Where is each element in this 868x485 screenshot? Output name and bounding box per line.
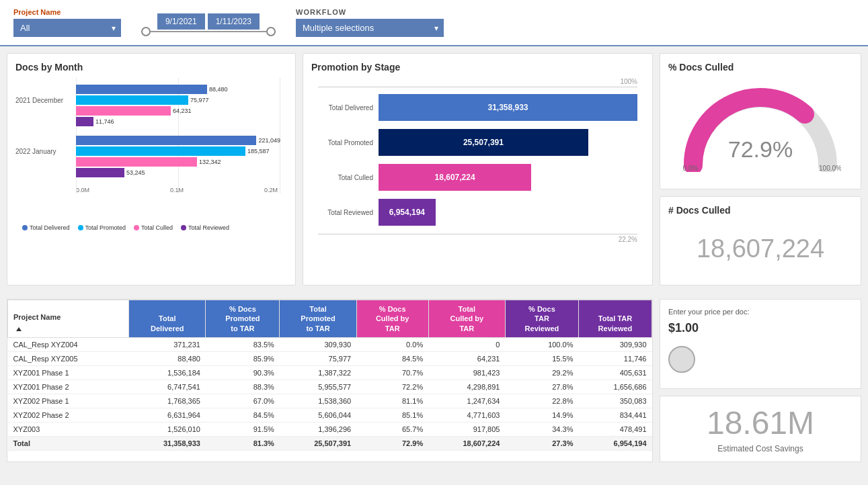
promo-bar-promoted: 25,507,391 — [379, 129, 588, 156]
price-slider-wrapper[interactable] — [668, 341, 853, 380]
workflow-label: WORKFLOW — [296, 8, 444, 16]
date-slider-right-handle[interactable] — [266, 27, 276, 36]
table-cell: 478,491 — [578, 422, 652, 436]
legend-label-promoted: Total Promoted — [85, 224, 126, 231]
gauge-max-label: 100.0% — [819, 165, 841, 172]
table-cell: 75,977 — [280, 351, 356, 365]
promo-chart-content: 100% Total Delivered 31,358,933 Total Pr… — [311, 78, 644, 243]
table-cell: 1,656,686 — [578, 380, 652, 394]
date-slider-left-handle[interactable] — [141, 27, 151, 36]
price-value: $1.00 — [668, 321, 853, 335]
table-row: CAL_Resp XYZ004371,23183.5%309,9300.0%01… — [8, 337, 652, 351]
date-slider-track[interactable] — [141, 31, 276, 32]
table-cell: 85.1% — [356, 408, 428, 422]
chart-x-axis: 0.0M 0.1M 0.2M — [76, 187, 278, 193]
sort-arrow-icon — [16, 327, 22, 331]
table-cell: 64,231 — [428, 351, 505, 365]
table-cell: 309,930 — [578, 337, 652, 351]
bar-row-jan-4: 53,245 — [76, 168, 280, 177]
table-cell: 34.3% — [505, 422, 578, 436]
bar-label-jan-promoted: 185,587 — [247, 148, 270, 155]
table-cell: 88,480 — [129, 351, 206, 365]
data-table-panel[interactable]: Project Name TotalDelivered % DocsPromot… — [7, 299, 653, 462]
promo-bar-culled: 18,607,224 — [379, 164, 531, 191]
table-row: XYZ002 Phase 26,631,96484.5%5,606,04485.… — [8, 408, 652, 422]
bar-label-jan-reviewed: 53,245 — [126, 169, 145, 176]
price-panel: Enter your price per doc: $1.00 — [660, 299, 861, 389]
bar-jan-delivered — [76, 136, 256, 145]
table-cell: 29.2% — [505, 365, 578, 380]
legend-label-reviewed: Total Reviewed — [188, 224, 229, 231]
col-header-pct-tar-reviewed: % DocsTARReviewed — [505, 300, 578, 338]
bar-dec-promoted — [76, 95, 188, 105]
table-cell: 834,441 — [578, 408, 652, 422]
project-name-select[interactable]: All — [13, 19, 121, 37]
promo-row-delivered: Total Delivered 31,358,933 — [318, 94, 637, 121]
table-total-row: Total31,358,93381.3%25,507,39172.9%18,60… — [8, 436, 652, 450]
bar-label-jan-culled: 132,342 — [199, 159, 221, 165]
bar-jan-promoted — [76, 146, 245, 156]
promo-label-culled: Total Culled — [318, 174, 379, 181]
col-header-total-culled-tar: TotalCulled byTAR — [428, 300, 505, 338]
workflow-select-wrapper[interactable]: Multiple selections — [296, 19, 444, 37]
gauge-min-label: 0.0% — [683, 165, 699, 172]
workflow-select[interactable]: Multiple selections — [296, 19, 444, 37]
table-cell: 1,396,296 — [280, 422, 356, 436]
bar-label-dec-delivered: 88,480 — [209, 86, 228, 93]
bar-jan-reviewed — [76, 168, 124, 177]
col-header-pct-promoted-tar: % DocsPromotedto TAR — [206, 300, 280, 338]
legend-dot-promoted — [78, 225, 83, 230]
promo-bottom-percent: 22.2% — [318, 236, 637, 243]
promo-bar-container-promoted: 25,507,391 — [379, 129, 637, 156]
table-cell: CAL_Resp XYZ004 — [8, 337, 129, 351]
table-total-cell: 25,507,391 — [280, 436, 356, 450]
col-header-project-name-text: Project Name — [13, 312, 123, 322]
table-cell: 14.9% — [505, 408, 578, 422]
workflow-filter: WORKFLOW Multiple selections — [296, 8, 444, 37]
table-cell: 4,298,891 — [428, 380, 505, 394]
date-start-button[interactable]: 9/1/2021 — [157, 13, 205, 30]
num-docs-culled-value: 18,607,224 — [668, 221, 853, 277]
chart-group-dec2021: 2021 December 88,480 75,977 64,231 11,74… — [76, 85, 280, 126]
table-cell: 22.8% — [505, 394, 578, 408]
bar-label-dec-promoted: 75,977 — [190, 97, 209, 103]
bar-dec-reviewed — [76, 117, 93, 126]
promo-label-reviewed: Total Reviewed — [318, 209, 379, 216]
project-name-select-wrapper[interactable]: All — [13, 19, 121, 37]
price-slider-handle[interactable] — [668, 346, 695, 373]
table-body: CAL_Resp XYZ004371,23183.5%309,9300.0%01… — [8, 337, 652, 450]
group-label-dec2021: 2021 December — [15, 97, 63, 104]
date-end-button[interactable]: 1/11/2023 — [208, 13, 260, 30]
promotion-by-stage-title: Promotion by Stage — [311, 62, 644, 73]
promo-bar-reviewed: 6,954,194 — [379, 199, 436, 226]
promo-label-delivered: Total Delivered — [318, 104, 379, 112]
table-cell: 91.5% — [206, 422, 280, 436]
price-label: Enter your price per doc: — [668, 308, 853, 316]
col-header-total-tar-reviewed: Total TARReviewed — [578, 300, 652, 338]
gauge-wrapper: 72.9% 0.0% 100.0% — [668, 78, 853, 181]
table-cell: 90.3% — [206, 365, 280, 380]
promo-bar-container-delivered: 31,358,933 — [379, 94, 637, 121]
table-cell: 65.7% — [356, 422, 428, 436]
table-cell: XYZ003 — [8, 422, 129, 436]
bar-row-dec-4: 11,746 — [76, 117, 280, 126]
table-total-cell: 31,358,933 — [129, 436, 206, 450]
table-cell: CAL_Resp XYZ005 — [8, 351, 129, 365]
num-docs-culled-title: # Docs Culled — [668, 205, 853, 216]
promo-bar-delivered: 31,358,933 — [379, 94, 637, 121]
promo-top-line — [318, 87, 637, 87]
percent-docs-culled-title: % Docs Culled — [668, 62, 853, 73]
table-cell: 84.5% — [206, 408, 280, 422]
legend-reviewed: Total Reviewed — [181, 224, 229, 231]
table-total-cell: 27.3% — [505, 436, 578, 450]
bar-row-jan-2: 185,587 — [76, 146, 280, 156]
table-cell: 0.0% — [356, 337, 428, 351]
promo-row-promoted: Total Promoted 25,507,391 — [318, 129, 637, 156]
col-header-total-delivered: TotalDelivered — [129, 300, 206, 338]
right-side-panels: Enter your price per doc: $1.00 18.61M E… — [660, 299, 861, 462]
legend-dot-delivered — [22, 225, 28, 230]
col-header-pct-culled-tar: % DocsCulled byTAR — [356, 300, 428, 338]
table-cell: 405,631 — [578, 365, 652, 380]
savings-label: Estimated Cost Savings — [668, 444, 853, 453]
bar-jan-culled — [76, 157, 197, 167]
